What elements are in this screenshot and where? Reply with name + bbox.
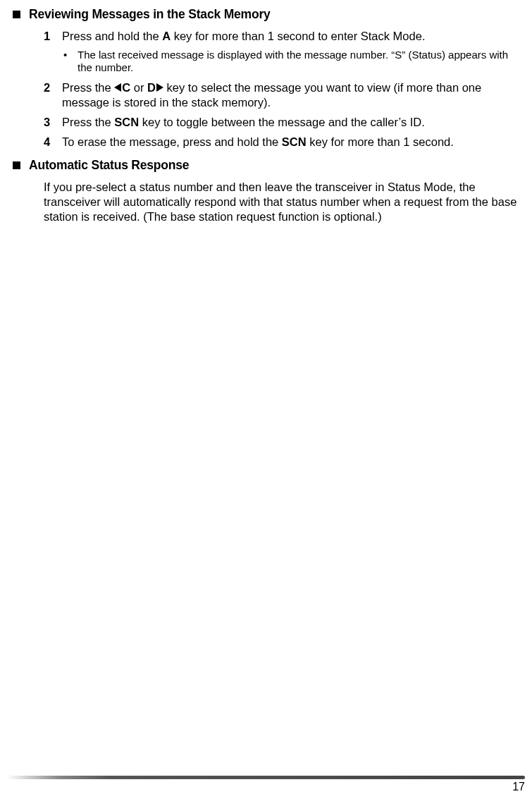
heading-text-1: Reviewing Messages in the Stack Memory [29, 7, 271, 21]
key-label: D [147, 81, 156, 94]
text-fragment: key for more than 1 second to enter Stac… [171, 30, 425, 42]
text-fragment: Press the [62, 81, 114, 94]
text-fragment: key for more than 1 second. [307, 135, 454, 148]
text-fragment: Press and hold the [62, 30, 162, 42]
sub-bullet-text: The last received message is displayed w… [78, 49, 525, 75]
square-bullet-icon [13, 161, 20, 169]
key-label: C [122, 81, 130, 94]
step-text: Press the C or D key to select the messa… [62, 80, 525, 110]
triangle-right-icon [156, 83, 163, 92]
step-number: 3 [44, 115, 62, 130]
step-number: 4 [44, 135, 62, 149]
triangle-left-icon [114, 83, 121, 92]
text-fragment: or [130, 81, 147, 94]
bullet-dot: • [63, 49, 78, 75]
step-number: 1 [44, 29, 62, 44]
step-4: 4 To erase the message, press and hold t… [44, 135, 525, 149]
section-heading-2: Automatic Status Response [13, 158, 525, 173]
section-heading-1: Reviewing Messages in the Stack Memory [13, 7, 525, 22]
step-number: 2 [44, 80, 62, 110]
step-text: Press the SCN key to toggle between the … [62, 115, 525, 130]
text-fragment: To erase the message, press and hold the [62, 135, 282, 148]
heading-text-2: Automatic Status Response [29, 158, 189, 172]
square-bullet-icon [13, 11, 20, 18]
page-footer: 17 [7, 776, 525, 793]
key-label: SCN [282, 135, 307, 148]
step-1: 1 Press and hold the A key for more than… [44, 29, 525, 44]
footer-divider [7, 776, 525, 779]
page-number: 17 [7, 781, 525, 793]
sub-bullet-1: • The last received message is displayed… [63, 49, 525, 75]
step-3: 3 Press the SCN key to toggle between th… [44, 115, 525, 130]
section-2-paragraph: If you pre-select a status number and th… [44, 180, 525, 224]
key-label: A [162, 30, 171, 42]
step-2: 2 Press the C or D key to select the mes… [44, 80, 525, 110]
key-label: SCN [114, 116, 139, 128]
text-fragment: key to toggle between the message and th… [139, 116, 425, 128]
step-text: Press and hold the A key for more than 1… [62, 29, 525, 44]
step-text: To erase the message, press and hold the… [62, 135, 525, 149]
text-fragment: Press the [62, 116, 114, 128]
